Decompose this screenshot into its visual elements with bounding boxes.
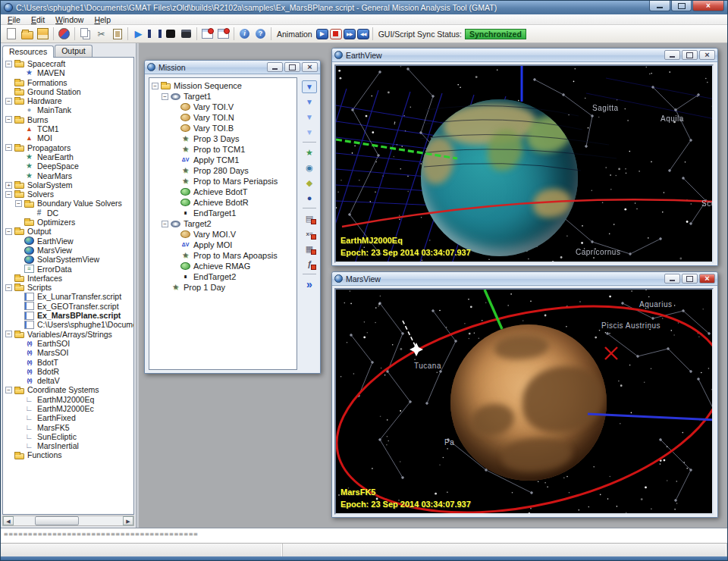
del-function-icon[interactable]: [302, 258, 317, 271]
tree-item[interactable]: BdotT: [3, 358, 133, 367]
tree-item[interactable]: −Variables/Arrays/Strings: [3, 330, 133, 339]
maximize-button[interactable]: [682, 274, 698, 284]
tree-item[interactable]: +SolarSystem: [3, 180, 133, 190]
tree-item[interactable]: −Hardware: [3, 96, 133, 105]
tree-item[interactable]: Vary TOI.V: [149, 102, 297, 112]
tree-item[interactable]: Optimizers: [3, 218, 133, 227]
maximize-button[interactable]: [671, 1, 692, 11]
collapse-toggle[interactable]: −: [5, 191, 12, 198]
collapse-toggle[interactable]: −: [5, 228, 12, 235]
cut-icon[interactable]: [94, 27, 108, 41]
pause-icon[interactable]: [147, 27, 162, 41]
earthview-title-bar[interactable]: EarthView: [332, 49, 717, 62]
close-icon[interactable]: [302, 62, 318, 72]
menu-edit[interactable]: Edit: [26, 15, 50, 24]
tree-item[interactable]: deltaV: [3, 376, 133, 385]
close-icon[interactable]: [699, 274, 715, 284]
add-orbit-icon[interactable]: [302, 161, 317, 174]
close-button[interactable]: [692, 1, 724, 11]
show-solver-filter-icon[interactable]: [302, 111, 317, 124]
tree-item[interactable]: Ex_LunarTransfer.script: [3, 292, 133, 301]
tree-item[interactable]: −Boundary Value Solvers: [3, 199, 133, 208]
tree-item[interactable]: SunEcliptic: [3, 432, 133, 441]
tree-item[interactable]: Vary TOI.B: [149, 123, 297, 133]
info-icon[interactable]: [237, 27, 252, 41]
tree-item[interactable]: MOI: [3, 133, 133, 143]
tree-item[interactable]: −Target2: [149, 218, 297, 229]
tree-item[interactable]: Formations: [3, 78, 133, 87]
tree-item[interactable]: −Coordinate Systems: [3, 385, 133, 394]
collapse-toggle[interactable]: −: [5, 331, 12, 337]
close-icon[interactable]: [699, 50, 715, 60]
scroll-thumb[interactable]: [35, 516, 79, 525]
title-bar[interactable]: C:\Users\sphughe1\Documents\GMAT Files\z…: [1, 1, 727, 14]
add-prop-icon[interactable]: [302, 146, 317, 159]
minimize-button[interactable]: [267, 62, 283, 72]
tree-item[interactable]: Interfaces: [3, 274, 133, 283]
menu-file[interactable]: File: [2, 15, 26, 24]
tree-item[interactable]: MarsFK5: [3, 423, 133, 432]
sync-project-icon[interactable]: [57, 27, 71, 41]
mars-3d-viewport[interactable]: Aquarius Piscis Austrinus Tucana Pa Mars…: [334, 288, 714, 515]
tree-item[interactable]: Achieve BdotR: [149, 197, 297, 208]
minimize-button[interactable]: [664, 274, 680, 284]
tree-item[interactable]: ErrorData: [3, 265, 133, 274]
save-icon[interactable]: [36, 27, 50, 41]
tree-item[interactable]: MarsView: [3, 246, 133, 255]
show-script-filter-icon[interactable]: [302, 126, 317, 139]
tree-item[interactable]: −Burns: [3, 115, 133, 124]
tree-item[interactable]: −Output: [3, 227, 133, 236]
tree-item[interactable]: EarthSOI: [3, 339, 133, 348]
expand-toolbar-button[interactable]: »: [302, 278, 317, 291]
open-icon[interactable]: [20, 27, 34, 41]
menu-help[interactable]: Help: [89, 15, 116, 24]
tree-item[interactable]: Prop to TCM1: [149, 144, 297, 155]
copy-icon[interactable]: [78, 27, 93, 41]
tree-item[interactable]: Prop 3 Days: [149, 133, 297, 144]
tree-item[interactable]: DeepSpace: [3, 161, 133, 171]
add-burn-icon[interactable]: [302, 177, 317, 190]
anim-rew-icon[interactable]: [357, 29, 369, 39]
maximize-button[interactable]: [682, 50, 698, 60]
tree-item[interactable]: Prop 280 Days: [149, 165, 297, 176]
new-icon[interactable]: [4, 27, 18, 41]
window-close-icon[interactable]: [216, 27, 231, 41]
stop-icon[interactable]: [163, 27, 177, 41]
tree-item[interactable]: EarthView: [3, 237, 133, 246]
capture-icon[interactable]: [179, 27, 193, 41]
tree-item[interactable]: Ex_MarsBPlane.script: [3, 311, 133, 320]
minimize-button[interactable]: [649, 1, 670, 11]
tree-item[interactable]: Prop to Mars Periapsis: [149, 176, 297, 186]
tree-item[interactable]: Ground Station: [3, 87, 133, 96]
collapse-toggle[interactable]: −: [5, 284, 12, 291]
tree-item[interactable]: Ex_GEOTransfer.script: [3, 302, 133, 311]
tree-item[interactable]: EndTarget1: [149, 208, 297, 218]
maximize-button[interactable]: [284, 62, 300, 72]
run-icon[interactable]: [131, 27, 146, 41]
tree-item[interactable]: −Propagators: [3, 143, 133, 152]
tree-item[interactable]: EarthFixed: [3, 413, 133, 422]
minimize-button[interactable]: [664, 50, 680, 60]
tree-item[interactable]: −Spacecraft: [3, 59, 133, 68]
tree-item[interactable]: Functions: [3, 450, 133, 459]
tree-item[interactable]: TCM1: [3, 124, 133, 133]
del-table-icon[interactable]: [302, 243, 317, 255]
menu-window[interactable]: Window: [50, 15, 89, 24]
tree-item[interactable]: Vary TOI.N: [149, 112, 297, 123]
tree-item[interactable]: Apply MOI: [149, 240, 297, 250]
tree-item[interactable]: −Scripts: [3, 283, 133, 292]
tree-item[interactable]: EarthMJ2000Ec: [3, 404, 133, 413]
expand-toggle[interactable]: +: [5, 182, 12, 189]
tree-item[interactable]: MAVEN: [3, 68, 133, 77]
anim-ff-icon[interactable]: [344, 29, 356, 39]
collapse-toggle[interactable]: −: [5, 98, 12, 105]
tree-item[interactable]: −Target1: [149, 91, 297, 102]
del-report-icon[interactable]: [302, 212, 317, 225]
del-variable-icon[interactable]: [302, 227, 317, 240]
tree-item[interactable]: MarsInertial: [3, 441, 133, 450]
collapse-toggle[interactable]: −: [162, 93, 168, 100]
tree-item[interactable]: NearEarth: [3, 152, 133, 161]
scroll-right-button[interactable]: ▶: [123, 516, 133, 525]
collapse-toggle[interactable]: −: [5, 61, 12, 67]
tab-output[interactable]: Output: [55, 45, 93, 57]
